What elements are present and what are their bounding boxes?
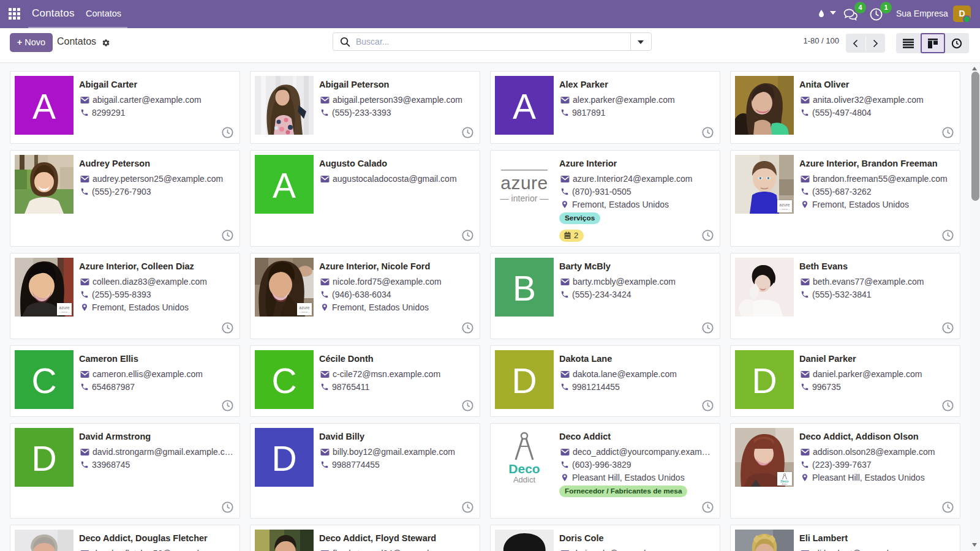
svg-text:Addict: Addict <box>782 483 788 485</box>
svg-text:azure: azure <box>779 203 790 207</box>
svg-text:— interior —: — interior — <box>500 193 549 203</box>
svg-text:azure: azure <box>299 305 310 310</box>
svg-text:Deco: Deco <box>508 462 540 476</box>
svg-text:Addict: Addict <box>513 475 536 484</box>
svg-text:azure: azure <box>500 173 548 193</box>
svg-text:azure: azure <box>59 305 70 310</box>
svg-text:— interior —: — interior — <box>778 208 791 211</box>
svg-text:— interior —: — interior — <box>298 311 311 313</box>
svg-text:— interior —: — interior — <box>58 311 70 313</box>
